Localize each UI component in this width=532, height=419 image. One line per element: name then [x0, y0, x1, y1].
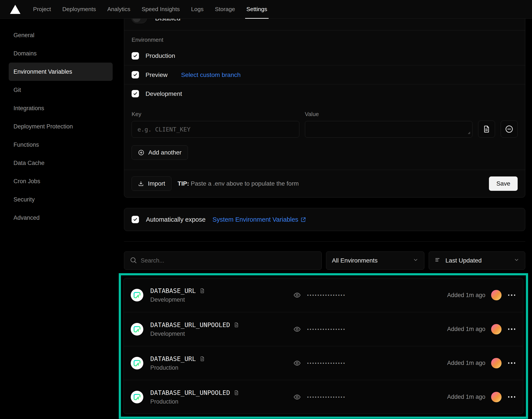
expose-label: Automatically expose — [146, 216, 205, 223]
env-variable-row[interactable]: DATABASE_URL Development •••••••••••••••… — [124, 278, 523, 312]
added-timestamp: Added 1m ago — [447, 393, 485, 400]
system-env-card: Automatically expose System Environment … — [124, 208, 525, 231]
note-icon[interactable] — [233, 322, 239, 328]
vercel-logo-icon[interactable] — [10, 5, 20, 14]
env-form-card: Disabled Environment Production Preview … — [124, 7, 525, 197]
document-icon — [482, 125, 491, 133]
row-meta: Added 1m ago — [447, 392, 516, 402]
filter-row: All Environments Last Updated — [124, 251, 525, 270]
environment-section-label: Environment — [132, 37, 525, 43]
row-actions-menu[interactable] — [507, 327, 516, 332]
key-label: Key — [132, 111, 299, 118]
settings-sidebar: General Domains Environment Variables Gi… — [9, 19, 113, 227]
variable-environment: Production — [150, 398, 286, 405]
annotation-highlight-frame: DATABASE_URL Development •••••••••••••••… — [119, 273, 528, 419]
sort-select[interactable]: Last Updated — [429, 251, 525, 270]
development-label: Development — [146, 90, 182, 97]
variable-environment: Development — [150, 330, 286, 337]
env-variable-row[interactable]: DATABASE_URL_UNPOOLED Development ••••••… — [124, 312, 523, 346]
download-icon — [138, 181, 144, 187]
system-env-variables-link[interactable]: System Environment Variables — [213, 216, 306, 223]
development-checkbox[interactable] — [132, 90, 139, 97]
production-label: Production — [146, 52, 175, 59]
environment-row-preview: Preview Select custom branch — [124, 65, 525, 84]
avatar — [491, 392, 502, 402]
nav-tab-analytics[interactable]: Analytics — [107, 0, 130, 19]
sidebar-item-deployment-protection[interactable]: Deployment Protection — [9, 117, 113, 136]
sidebar-item-general[interactable]: General — [9, 26, 113, 44]
eye-icon[interactable] — [293, 291, 301, 299]
env-variable-row[interactable]: DATABASE_URL_UNPOOLED Production •••••••… — [124, 380, 523, 414]
masked-value: ••••••••••••••• — [307, 394, 346, 400]
row-actions-menu[interactable] — [507, 394, 516, 399]
variable-value-column: ••••••••••••••• — [286, 325, 447, 333]
plus-circle-icon — [138, 149, 144, 156]
minus-circle-icon — [505, 125, 514, 133]
add-another-button[interactable]: Add another — [132, 145, 188, 160]
added-timestamp: Added 1m ago — [447, 326, 485, 332]
key-field-group: Key — [132, 111, 299, 138]
nav-tab-storage[interactable]: Storage — [215, 0, 235, 19]
import-button[interactable]: Import — [132, 176, 171, 191]
variable-value-column: ••••••••••••••• — [286, 393, 447, 401]
nav-tab-project[interactable]: Project — [33, 0, 51, 19]
sidebar-item-environment-variables[interactable]: Environment Variables — [9, 63, 113, 81]
section-divider — [124, 241, 525, 242]
select-custom-branch-link[interactable]: Select custom branch — [181, 71, 241, 79]
environment-row-production: Production — [124, 46, 525, 65]
external-link-icon — [300, 217, 306, 223]
key-input[interactable] — [132, 121, 299, 138]
variable-value-column: ••••••••••••••• — [286, 359, 447, 367]
paste-env-file-button[interactable] — [478, 121, 495, 138]
row-actions-menu[interactable] — [507, 293, 516, 298]
neon-integration-icon — [131, 289, 143, 301]
note-icon[interactable] — [233, 390, 239, 395]
note-icon[interactable] — [199, 356, 205, 362]
nav-tab-deployments[interactable]: Deployments — [62, 0, 96, 19]
row-actions-menu[interactable] — [507, 361, 516, 366]
environment-variables-panel: Disabled Environment Production Preview … — [124, 19, 525, 419]
sidebar-item-cron-jobs[interactable]: Cron Jobs — [9, 172, 113, 190]
eye-icon[interactable] — [293, 393, 301, 401]
variable-name-column: DATABASE_URL_UNPOOLED Development — [150, 321, 286, 337]
variable-name: DATABASE_URL_UNPOOLED — [150, 389, 230, 396]
sidebar-item-data-cache[interactable]: Data Cache — [9, 154, 113, 172]
search-input[interactable] — [124, 251, 322, 270]
sidebar-item-domains[interactable]: Domains — [9, 44, 113, 63]
sort-lines-icon — [435, 257, 441, 265]
row-meta: Added 1m ago — [447, 358, 516, 368]
note-icon[interactable] — [199, 288, 205, 294]
top-nav: Project Deployments Analytics Speed Insi… — [0, 0, 532, 19]
nav-tab-speed-insights[interactable]: Speed Insights — [142, 0, 180, 19]
preview-checkbox[interactable] — [132, 71, 139, 79]
production-checkbox[interactable] — [132, 52, 139, 60]
eye-icon[interactable] — [293, 359, 301, 367]
value-input[interactable] — [305, 121, 473, 138]
value-label: Value — [305, 111, 473, 118]
remove-row-button[interactable] — [501, 121, 518, 138]
nav-tab-logs[interactable]: Logs — [191, 0, 204, 19]
nav-tab-settings[interactable]: Settings — [246, 0, 267, 19]
masked-value: ••••••••••••••• — [307, 327, 346, 332]
chevron-down-icon — [413, 257, 419, 264]
environment-filter-select[interactable]: All Environments — [326, 251, 424, 270]
env-variable-list: DATABASE_URL Development •••••••••••••••… — [123, 278, 523, 414]
eye-icon[interactable] — [293, 325, 301, 333]
added-timestamp: Added 1m ago — [447, 360, 485, 367]
sidebar-item-advanced[interactable]: Advanced — [9, 209, 113, 227]
sidebar-item-functions[interactable]: Functions — [9, 136, 113, 154]
variable-environment: Production — [150, 365, 286, 371]
expose-checkbox[interactable] — [132, 216, 139, 223]
masked-value: ••••••••••••••• — [307, 292, 346, 298]
sidebar-item-git[interactable]: Git — [9, 81, 113, 99]
save-button[interactable]: Save — [489, 176, 518, 191]
neon-integration-icon — [131, 357, 143, 369]
variable-environment: Development — [150, 296, 286, 303]
env-variable-row[interactable]: DATABASE_URL Production ••••••••••••••• … — [124, 346, 523, 380]
sidebar-item-security[interactable]: Security — [9, 190, 113, 209]
masked-value: ••••••••••••••• — [307, 361, 346, 366]
sidebar-item-integrations[interactable]: Integrations — [9, 99, 113, 117]
neon-integration-icon — [131, 323, 143, 336]
avatar — [491, 290, 502, 300]
tip-text: TIP: Paste a .env above to populate the … — [177, 180, 299, 187]
